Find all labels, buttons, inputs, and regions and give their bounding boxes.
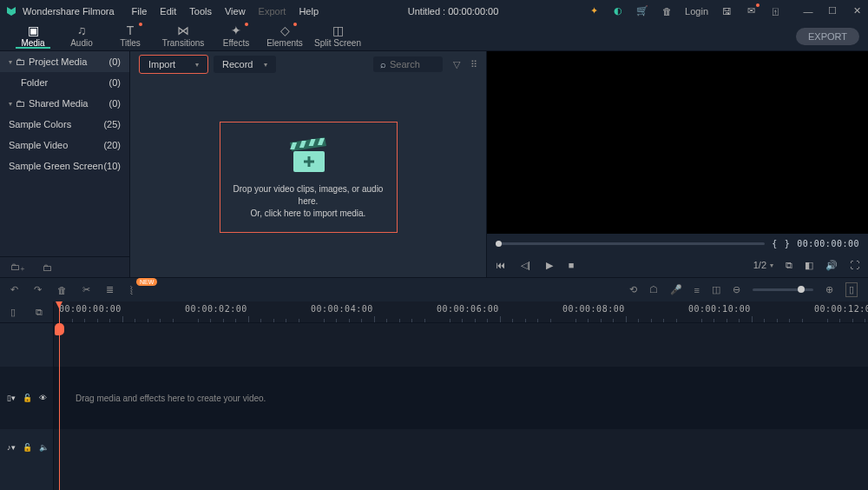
playhead[interactable] [59,301,60,490]
fullscreen-icon[interactable]: ⛶ [850,260,859,270]
render-icon[interactable]: ⟲ [629,284,637,295]
timeline-ruler[interactable]: 00:00:00:0000:00:02:0000:00:04:0000:00:0… [54,301,868,323]
maximize-icon[interactable]: ☐ [826,5,838,17]
seek-slider[interactable] [496,242,765,245]
support-icon[interactable]: ◐ [612,5,624,17]
pin-icon[interactable]: ▯ [10,307,16,318]
timeline-track-headers: ▯ ⧉ ▯▾ 🔓 👁 ♪▾ 🔓 🔈 [0,301,54,490]
menu-export[interactable]: Export [259,6,286,17]
trash-icon[interactable]: 🗑 [661,5,673,17]
tab-label: Split Screen [314,38,361,48]
timeline-tracks[interactable]: 00:00:00:0000:00:02:0000:00:04:0000:00:0… [54,301,868,490]
search-field[interactable] [390,59,436,70]
track-menu-icon[interactable]: ▯▾ [7,394,16,402]
audio-track-header[interactable]: ♪▾ 🔓 🔈 [0,429,53,466]
video-track[interactable]: Drag media and effects here to create yo… [54,367,868,429]
prev-frame-icon[interactable]: ⏮ [496,260,505,270]
account-icon[interactable]: ⍐ [769,5,781,17]
zoom-slider[interactable] [753,288,813,291]
sidebar-item[interactable]: Sample Colors(25) [0,114,129,135]
tab-transitions[interactable]: ⋈ Transitions [155,24,212,48]
mute-icon[interactable]: 🔈 [39,443,49,452]
minimize-icon[interactable]: — [802,5,814,17]
track-menu-icon[interactable]: ♪▾ [7,443,16,452]
video-track-header[interactable]: ▯▾ 🔓 👁 [0,367,53,429]
sidebar-item[interactable]: ▾🗀Project Media(0) [0,51,129,72]
undo-icon[interactable]: ↶ [10,284,18,295]
link-icon[interactable]: ⧉ [36,307,43,318]
import-dropdown[interactable]: Import ▾ [139,55,208,74]
menu-view[interactable]: View [225,6,246,17]
volume-icon[interactable]: 🔊 [825,260,838,271]
tab-elements[interactable]: ◇ Elements [260,24,309,48]
crop-icon[interactable]: ◫ [712,284,720,295]
close-icon[interactable]: ✕ [851,5,863,17]
message-icon[interactable]: ✉ [745,5,757,17]
grid-view-icon[interactable]: ⠿ [470,59,477,70]
menu-tools[interactable]: Tools [189,6,212,17]
filter-icon[interactable]: ▽ [453,59,460,70]
brace-in-icon[interactable]: { [772,239,778,248]
login-link[interactable]: Login [685,6,708,17]
play-icon[interactable]: ▶ [546,260,553,271]
lock-icon[interactable]: 🔓 [23,394,32,402]
drop-line1: Drop your video clips, images, or audio … [226,183,391,208]
redo-icon[interactable]: ↷ [34,284,42,295]
new-folder-icon[interactable]: 🗀₊ [10,262,25,273]
cart-icon[interactable]: 🛒 [636,5,648,17]
media-browser: Import ▾ Record ▾ ⌕ ▽ ⠿ [130,51,486,277]
mic-icon[interactable]: 🎤 [670,284,682,295]
stop-icon[interactable]: ■ [569,260,575,270]
tab-titles[interactable]: T Titles [106,24,155,48]
main-area: ▾🗀Project Media(0)Folder(0)▾🗀Shared Medi… [0,51,868,277]
tab-effects[interactable]: ✦ Effects [212,24,260,48]
visibility-icon[interactable]: 👁 [39,394,47,402]
marker-tool-icon[interactable]: ⦚NEW [129,285,135,295]
preview-viewport[interactable] [487,51,868,234]
premium-icon[interactable]: ✦ [588,5,600,17]
tab-label: Media [21,38,44,48]
sidebar-item[interactable]: Folder(0) [0,72,129,93]
cut-icon[interactable]: ✂ [82,284,90,295]
sidebar-item[interactable]: Sample Green Screen(10) [0,156,129,176]
preview-quality[interactable]: 1/2▾ [753,260,773,270]
lock-icon[interactable]: 🔓 [23,443,32,452]
menu-help[interactable]: Help [299,6,319,17]
mixer-icon[interactable]: ≡ [694,285,700,295]
marker-icon[interactable]: ◧ [805,260,813,271]
tab-label: Transitions [162,38,205,48]
sidebar-item-label: Sample Video [9,140,68,150]
zoom-out-icon[interactable]: ⊖ [733,284,740,295]
zoom-fit-icon[interactable]: ▯ [845,282,858,297]
media-sidebar: ▾🗀Project Media(0)Folder(0)▾🗀Shared Medi… [0,51,130,277]
menu-file[interactable]: File [132,6,148,17]
sidebar-item[interactable]: ▾🗀Shared Media(0) [0,93,129,114]
brace-out-icon[interactable]: } [785,239,791,248]
tab-audio[interactable]: ♫ Audio [57,24,106,48]
record-dropdown[interactable]: Record ▾ [214,56,276,73]
overlay-track[interactable] [54,323,868,367]
sidebar-bottom-toolbar: 🗀₊ 🗀 [0,256,129,277]
tab-media[interactable]: ▣ Media [9,24,57,48]
zoom-in-icon[interactable]: ⊕ [825,284,833,295]
delete-icon[interactable]: 🗑 [57,285,67,295]
tab-label: Effects [223,38,249,48]
timeline-hint: Drag media and effects here to create yo… [76,394,266,403]
shield-icon[interactable]: ☖ [649,284,658,295]
save-icon[interactable]: 🖫 [720,5,733,17]
title-right-cluster: ✦ ◐ 🛒 🗑 Login 🖫 ✉ ⍐ — ☐ ✕ [588,5,863,17]
snapshot-icon[interactable]: ⧉ [786,260,792,271]
sidebar-item[interactable]: Sample Video(20) [0,135,129,156]
import-dropbox[interactable]: Drop your video clips, images, or audio … [220,122,398,233]
export-button[interactable]: EXPORT [796,28,859,45]
media-dropzone[interactable]: Drop your video clips, images, or audio … [130,77,486,277]
search-input[interactable]: ⌕ [373,56,443,72]
edit-tools-icon[interactable]: ≣ [106,284,114,295]
tab-split-screen[interactable]: ◫ Split Screen [309,24,366,48]
track-area[interactable]: Drag media and effects here to create yo… [54,323,868,466]
preview-seekbar-row: { } 00:00:00:00 [487,234,868,253]
step-back-icon[interactable]: ◁| [521,260,530,271]
menu-edit[interactable]: Edit [160,6,176,17]
audio-track[interactable] [54,429,868,466]
folder-icon[interactable]: 🗀 [43,262,52,273]
